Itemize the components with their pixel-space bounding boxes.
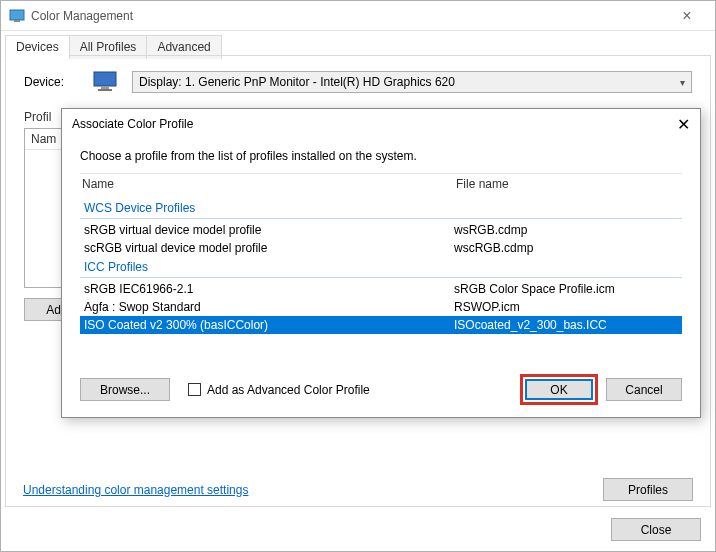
- list-item-selected[interactable]: ISO Coated v2 300% (basICColor) ISOcoate…: [80, 316, 682, 334]
- understanding-link[interactable]: Understanding color management settings: [23, 483, 248, 497]
- close-button[interactable]: Close: [611, 518, 701, 541]
- svg-rect-2: [94, 72, 116, 86]
- color-management-window: Color Management × Devices All Profiles …: [0, 0, 716, 552]
- checkbox-icon[interactable]: [188, 383, 201, 396]
- ok-button[interactable]: OK: [525, 379, 593, 400]
- device-value: Display: 1. Generic PnP Monitor - Intel(…: [139, 75, 455, 89]
- dialog-instruction: Choose a profile from the list of profil…: [80, 149, 682, 163]
- svg-rect-3: [101, 86, 109, 89]
- titlebar: Color Management ×: [1, 1, 715, 31]
- profile-list[interactable]: Name File name WCS Device Profiles sRGB …: [80, 173, 682, 334]
- associate-profile-dialog: Associate Color Profile ✕ Choose a profi…: [61, 108, 701, 418]
- list-item[interactable]: sRGB IEC61966-2.1 sRGB Color Space Profi…: [80, 280, 682, 298]
- cancel-button[interactable]: Cancel: [606, 378, 682, 401]
- dialog-titlebar: Associate Color Profile ✕: [62, 109, 700, 139]
- chevron-down-icon: ▾: [680, 77, 685, 88]
- group-icc: ICC Profiles: [80, 257, 682, 278]
- ok-highlight: OK: [520, 374, 598, 405]
- monitor-icon: [92, 70, 120, 94]
- list-item[interactable]: sRGB virtual device model profile wsRGB.…: [80, 221, 682, 239]
- device-label: Device:: [24, 75, 80, 89]
- dialog-title: Associate Color Profile: [72, 117, 654, 131]
- col-name: Name: [80, 177, 456, 191]
- app-icon: [9, 8, 25, 24]
- add-advanced-checkbox[interactable]: Add as Advanced Color Profile: [188, 383, 370, 397]
- list-header: Name File name: [80, 174, 682, 198]
- profiles-button[interactable]: Profiles: [603, 478, 693, 501]
- list-item[interactable]: scRGB virtual device model profile wscRG…: [80, 239, 682, 257]
- svg-rect-4: [98, 89, 112, 91]
- svg-rect-1: [14, 20, 20, 22]
- col-file: File name: [456, 177, 682, 191]
- tab-devices[interactable]: Devices: [5, 35, 70, 59]
- list-item[interactable]: Agfa : Swop Standard RSWOP.icm: [80, 298, 682, 316]
- browse-button[interactable]: Browse...: [80, 378, 170, 401]
- group-wcs: WCS Device Profiles: [80, 198, 682, 219]
- close-icon[interactable]: ×: [667, 7, 707, 25]
- svg-rect-0: [10, 10, 24, 20]
- window-title: Color Management: [31, 9, 667, 23]
- device-dropdown[interactable]: Display: 1. Generic PnP Monitor - Intel(…: [132, 71, 692, 93]
- dialog-close-icon[interactable]: ✕: [654, 115, 690, 134]
